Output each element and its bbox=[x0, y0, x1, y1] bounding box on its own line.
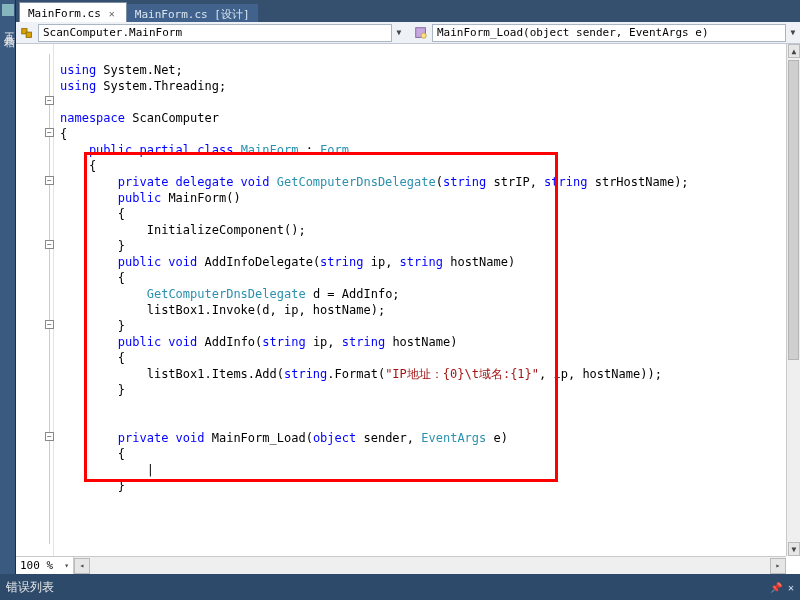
fold-toggle[interactable] bbox=[45, 176, 54, 185]
scroll-up-icon[interactable]: ▲ bbox=[788, 44, 800, 58]
method-icon bbox=[414, 26, 428, 40]
vertical-scrollbar[interactable]: ▲ ▼ bbox=[786, 44, 800, 556]
svg-point-3 bbox=[421, 33, 426, 38]
close-icon[interactable]: ✕ bbox=[106, 8, 118, 20]
scroll-down-icon[interactable]: ▼ bbox=[788, 542, 800, 556]
toolbox-label: 工具箱 bbox=[1, 24, 16, 30]
fold-toggle[interactable] bbox=[45, 432, 54, 441]
chevron-down-icon[interactable]: ▼ bbox=[786, 28, 800, 37]
fold-toggle[interactable] bbox=[45, 320, 54, 329]
editor-window: MainForm.cs ✕ MainForm.cs [设计] ScanCompu… bbox=[16, 0, 800, 574]
toolbox-icon bbox=[2, 4, 14, 16]
code-editor[interactable]: using System.Net; using System.Threading… bbox=[16, 44, 786, 556]
close-icon[interactable]: ✕ bbox=[788, 582, 794, 593]
scroll-right-icon[interactable]: ▸ bbox=[770, 558, 786, 574]
scroll-left-icon[interactable]: ◂ bbox=[74, 558, 90, 574]
class-selector[interactable]: ScanComputer.MainForm bbox=[38, 24, 392, 42]
tab-label: MainForm.cs bbox=[28, 7, 101, 20]
horizontal-scrollbar[interactable] bbox=[90, 558, 770, 574]
chevron-down-icon[interactable]: ▼ bbox=[392, 28, 406, 37]
zoom-value: 100 % bbox=[20, 559, 53, 572]
tab-mainform-designer[interactable]: MainForm.cs [设计] bbox=[127, 4, 258, 22]
scroll-thumb[interactable] bbox=[788, 60, 799, 360]
editor-gutter bbox=[16, 44, 54, 556]
left-toolbox-rail[interactable]: 工具箱 bbox=[0, 0, 16, 600]
editor-status-bar: 100 % ▾ ◂ ▸ bbox=[16, 556, 786, 574]
zoom-selector[interactable]: 100 % ▾ bbox=[16, 557, 74, 574]
fold-toggle[interactable] bbox=[45, 96, 54, 105]
member-selector[interactable]: MainForm_Load(object sender, EventArgs e… bbox=[432, 24, 786, 42]
pin-icon[interactable]: 📌 bbox=[770, 582, 782, 593]
fold-toggle[interactable] bbox=[45, 128, 54, 137]
error-list-panel[interactable]: 错误列表 📌 ✕ bbox=[0, 574, 800, 600]
svg-rect-1 bbox=[26, 32, 31, 37]
document-tabs: MainForm.cs ✕ MainForm.cs [设计] bbox=[16, 0, 800, 22]
chevron-down-icon[interactable]: ▾ bbox=[64, 561, 69, 570]
class-icon bbox=[20, 26, 34, 40]
code-nav-bar: ScanComputer.MainForm ▼ MainForm_Load(ob… bbox=[16, 22, 800, 44]
error-list-title: 错误列表 bbox=[6, 579, 54, 596]
code-content[interactable]: using System.Net; using System.Threading… bbox=[54, 44, 786, 556]
tab-mainform-cs[interactable]: MainForm.cs ✕ bbox=[19, 2, 127, 22]
fold-toggle[interactable] bbox=[45, 240, 54, 249]
member-selector-text: MainForm_Load(object sender, EventArgs e… bbox=[437, 26, 709, 39]
class-selector-text: ScanComputer.MainForm bbox=[43, 26, 182, 39]
tab-label: MainForm.cs [设计] bbox=[135, 7, 250, 22]
